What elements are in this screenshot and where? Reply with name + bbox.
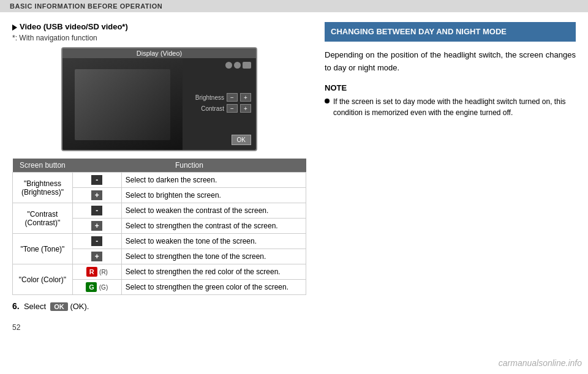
screen-top-icons: [225, 62, 251, 69]
brightness-plus-btn[interactable]: +: [240, 93, 251, 102]
plus-button[interactable]: +: [91, 221, 102, 231]
content-area: Video (USB video/SD video*) *: With navi…: [0, 12, 588, 321]
right-section-header: CHANGING BETWEEN DAY AND NIGHT MODE: [325, 22, 576, 42]
tone-plus-cell: +: [72, 249, 121, 264]
top-bar-text: BASIC INFORMATION BEFORE OPERATION: [10, 2, 162, 10]
brightness-label-cell: "Brightness(Brightness)": [13, 173, 73, 203]
brightness-minus-btn[interactable]: −: [227, 93, 238, 102]
note-item: If the screen is set to day mode with th…: [325, 96, 576, 118]
table-row: "Color (Color)" R (R) Select to strength…: [13, 264, 306, 280]
color-red-func: Select to strengthen the red color of th…: [121, 264, 306, 280]
tone-label-cell: "Tone (Tone)": [13, 234, 73, 264]
table-row: "Brightness(Brightness)" - Select to dar…: [13, 173, 306, 188]
table-row: "Tone (Tone)" - Select to weaken the ton…: [13, 234, 306, 249]
contrast-plus-cell: +: [72, 219, 121, 234]
tone-weaken-func: Select to weaken the tone of the screen.: [121, 234, 306, 249]
plus-button[interactable]: +: [91, 252, 102, 261]
color-label-cell: "Color (Color)": [13, 264, 73, 295]
note-section: NOTE If the screen is set to day mode wi…: [325, 83, 576, 118]
minus-button[interactable]: -: [91, 206, 102, 215]
brightness-control-row: Brightness − +: [187, 93, 251, 102]
function-table: Screen button Function "Brightness(Brigh…: [12, 159, 306, 295]
ok-inline-button[interactable]: OK: [50, 302, 68, 311]
page-number: 52: [0, 321, 588, 334]
note-text: If the screen is set to day mode with th…: [333, 96, 576, 118]
contrast-minus-btn[interactable]: −: [227, 104, 238, 113]
minus-button[interactable]: -: [91, 175, 102, 185]
col-header-screen-button: Screen button: [13, 159, 73, 173]
asterisk-note: *: With navigation function: [12, 34, 306, 42]
top-bar: BASIC INFORMATION BEFORE OPERATION: [0, 0, 588, 12]
step-6: 6. Select OK (OK).: [12, 301, 306, 311]
icon2: [234, 62, 241, 69]
step6-suffix: (OK).: [70, 302, 89, 311]
right-body-text: Depending on the position of the headlig…: [325, 49, 576, 75]
screen-title: Display (Video): [62, 48, 256, 58]
left-column: Video (USB video/SD video*) *: With navi…: [12, 22, 306, 311]
step-number: 6.: [12, 301, 20, 311]
right-column: CHANGING BETWEEN DAY AND NIGHT MODE Depe…: [318, 22, 576, 311]
contrast-strengthen-func: Select to strengthen the contrast of the…: [121, 219, 306, 234]
color-g-cell: G (G): [72, 280, 121, 295]
color-green-func: Select to strengthen the green color of …: [121, 280, 306, 295]
brightness-label: Brightness: [187, 94, 224, 101]
g-button[interactable]: G: [86, 282, 97, 292]
contrast-plus-btn[interactable]: +: [240, 104, 251, 113]
contrast-weaken-func: Select to weaken the contrast of the scr…: [121, 203, 306, 219]
screen-controls-panel: Brightness − + Contrast − +: [183, 81, 256, 118]
contrast-minus-cell: -: [72, 203, 121, 219]
col-header-function: Function: [72, 159, 306, 173]
plus-button[interactable]: +: [91, 190, 102, 200]
page: BASIC INFORMATION BEFORE OPERATION Video…: [0, 0, 588, 334]
contrast-control-row: Contrast − +: [187, 104, 251, 113]
note-bullet-icon: [325, 99, 330, 103]
color-r-cell: R (R): [72, 264, 121, 280]
icon1: [225, 62, 232, 69]
step6-text: Select: [24, 302, 46, 311]
contrast-label-cell: "Contrast(Contrast)": [13, 203, 73, 234]
table-row: "Contrast(Contrast)" - Select to weaken …: [13, 203, 306, 219]
section-title: Video (USB video/SD video*): [12, 22, 306, 31]
screen-ok-button[interactable]: OK: [232, 135, 251, 145]
watermark: carmanualsonline.info: [499, 358, 582, 368]
tone-strengthen-func: Select to strengthen the tone of the scr…: [121, 249, 306, 264]
brightness-brighten-func: Select to brighten the screen.: [121, 188, 306, 203]
brightness-minus-cell: -: [72, 173, 121, 188]
g-label: (G): [99, 284, 108, 291]
screen-mockup: Display (Video) Brightness − + Contrast: [61, 47, 257, 151]
brightness-plus-cell: +: [72, 188, 121, 203]
triangle-icon: [12, 24, 17, 31]
minus-button[interactable]: -: [91, 236, 102, 246]
note-title: NOTE: [325, 83, 576, 92]
icon3: [243, 62, 251, 69]
contrast-label: Contrast: [187, 105, 224, 112]
r-label: (R): [99, 269, 108, 275]
tone-minus-cell: -: [72, 234, 121, 249]
brightness-darken-func: Select to darken the screen.: [121, 173, 306, 188]
r-button[interactable]: R: [86, 267, 97, 277]
